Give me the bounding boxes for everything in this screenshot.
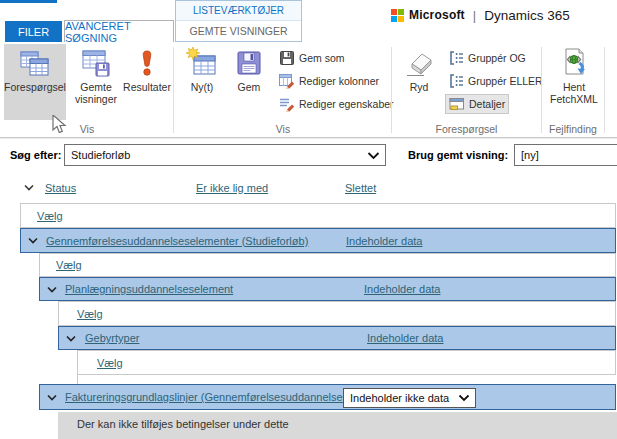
brand-divider: | (473, 8, 476, 23)
eraser-icon (403, 47, 435, 79)
select-link[interactable]: Vælg (37, 210, 63, 222)
new-button[interactable]: Ny(t) (177, 44, 227, 120)
note-row: Der kan ikke tilføjes betingelser under … (58, 412, 617, 439)
edit-columns-button[interactable]: Rediger kolonner (276, 71, 382, 91)
mouse-cursor (52, 115, 67, 136)
tab-saved-views[interactable]: GEMTE VISNINGER (176, 21, 301, 41)
use-saved-view-label: Brug gemt visning: (408, 149, 508, 161)
save-as-button[interactable]: Gem som (276, 48, 348, 68)
operator-link[interactable]: Indeholder data (367, 332, 443, 344)
entity-link[interactable]: Faktureringsgrundlagslinjer (Gennemførel… (65, 391, 361, 403)
collapse-chevron-icon[interactable] (24, 184, 34, 192)
look-for-label: Søg efter: (10, 149, 61, 161)
entity-link[interactable]: Gennemførelsesuddannelseselementer (Stud… (46, 235, 308, 247)
group-separator (173, 47, 174, 133)
details-icon (449, 96, 465, 112)
look-for-select[interactable]: Studieforløb (64, 144, 386, 166)
group-label-view2: Vis (177, 123, 389, 135)
microsoft-wordmark: Microsoft (409, 8, 465, 22)
condition-row-status: Status Er ikke lig med Slettet (0, 179, 617, 197)
tab-advanced-find[interactable]: AVANCERET SØGNING (64, 20, 174, 42)
query-tables-icon (19, 47, 51, 79)
details-button[interactable]: Detaljer (445, 94, 509, 114)
field-link[interactable]: Status (45, 182, 76, 194)
collapse-chevron-icon[interactable] (28, 237, 38, 245)
value-link[interactable]: Slettet (345, 182, 376, 194)
edit-properties-icon (279, 96, 295, 112)
select-row: Vælg (58, 301, 616, 326)
select-link[interactable]: Vælg (77, 308, 103, 320)
group-label-debug: Fejlfinding (543, 123, 603, 135)
collapse-chevron-icon[interactable] (47, 286, 57, 294)
group-separator (541, 47, 542, 133)
exclamation-icon (131, 47, 163, 79)
window-accent-bar (0, 0, 57, 3)
select-row: Vælg (20, 203, 616, 228)
fetchxml-icon (558, 47, 590, 79)
related-row-gennemfoerelse[interactable]: Gennemførelsesuddannelseselementer (Stud… (20, 228, 616, 253)
select-row: Vælg (77, 350, 616, 375)
group-label-query: Forespørgsel (395, 123, 538, 135)
operator-select[interactable]: Indeholder ikke data (343, 388, 476, 408)
select-link[interactable]: Vælg (97, 357, 123, 369)
select-link[interactable]: Vælg (56, 259, 82, 271)
edit-columns-icon (279, 73, 295, 89)
save-icon (233, 47, 265, 79)
group-or-icon (448, 73, 464, 89)
select-row: Vælg (39, 253, 616, 277)
group-or-button[interactable]: Gruppér ELLER (445, 71, 546, 91)
ribbon: Forespørgsel Gemte visninger Resultater … (0, 42, 617, 138)
entity-link[interactable]: Gebyrtyper (85, 332, 139, 344)
related-row-planlaegning[interactable]: Planlægningsuddannelseselement Indeholde… (39, 277, 616, 301)
note-text: Der kan ikke tilføjes betingelser under … (77, 418, 289, 430)
collapse-chevron-icon[interactable] (66, 335, 76, 343)
contextual-tab-group: LISTEVÆRKTØJER GEMTE VISNINGER (175, 0, 302, 42)
group-separator (604, 47, 605, 133)
saved-views-button[interactable]: Gemte visninger (68, 44, 124, 120)
saved-views-icon (80, 47, 112, 79)
related-row-gebyrtyper[interactable]: Gebyrtyper Indeholder data (58, 326, 616, 350)
query-button[interactable]: Forespørgsel (4, 44, 66, 120)
collapse-chevron-icon[interactable] (47, 394, 57, 402)
download-fetchxml-button[interactable]: Hent FetchXML (546, 44, 602, 120)
tab-file[interactable]: FILER (5, 21, 62, 42)
save-button[interactable]: Gem (226, 44, 272, 120)
operator-link[interactable]: Er ikke lig med (196, 182, 268, 194)
product-name: Dynamics 365 (484, 8, 570, 23)
tree-connector (77, 375, 78, 384)
microsoft-logo-icon (391, 9, 404, 22)
advanced-find-window: Microsoft | Dynamics 365 LISTEVÆRKTØJER … (0, 0, 617, 439)
new-query-icon (186, 47, 218, 79)
chevron-down-icon (458, 394, 470, 402)
group-label-view: Vis (4, 123, 170, 135)
edit-properties-button[interactable]: Rediger egenskaber (276, 94, 397, 114)
group-and-button[interactable]: Gruppér OG (445, 48, 529, 68)
branding: Microsoft | Dynamics 365 (391, 6, 570, 24)
related-row-fakturering[interactable]: Faktureringsgrundlagslinjer (Gennemførel… (39, 384, 616, 410)
operator-link[interactable]: Indeholder data (364, 283, 440, 295)
list-tools-header: LISTEVÆRKTØJER (176, 1, 301, 21)
use-saved-view-select[interactable]: [ny] (514, 144, 617, 166)
group-and-icon (448, 50, 464, 66)
chevron-down-icon (367, 151, 380, 160)
results-button[interactable]: Resultater (122, 44, 172, 120)
group-separator (391, 47, 392, 133)
operator-link[interactable]: Indeholder data (346, 235, 422, 247)
clear-button[interactable]: Ryd (398, 44, 440, 120)
save-as-icon (279, 50, 295, 66)
entity-link[interactable]: Planlægningsuddannelseselement (65, 283, 233, 295)
